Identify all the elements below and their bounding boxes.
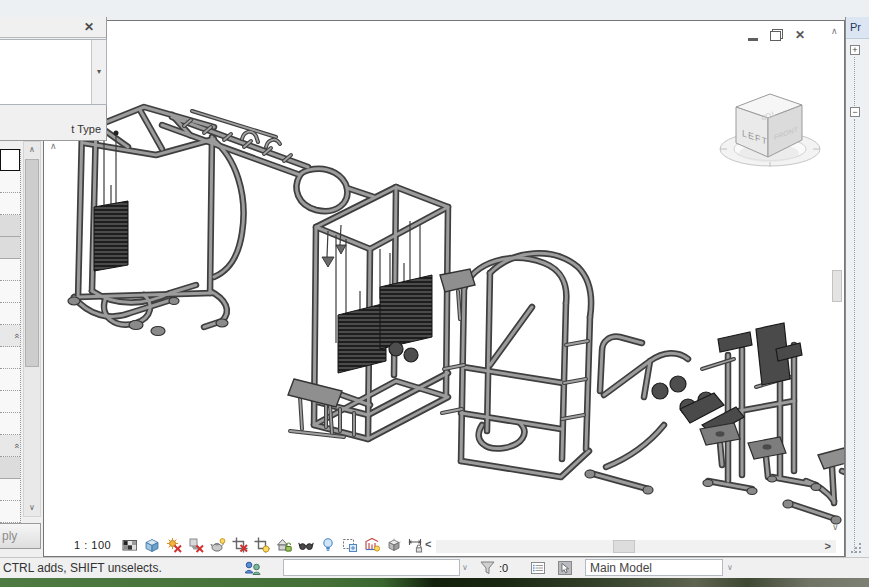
property-row[interactable] xyxy=(0,303,20,325)
editable-only-icon[interactable] xyxy=(530,560,546,576)
press-drag-select-icon[interactable] xyxy=(557,560,573,576)
edit-type-label[interactable]: t Type xyxy=(71,123,101,135)
reveal-constraints-icon[interactable] xyxy=(408,537,424,553)
scroll-up-icon[interactable]: ∧ xyxy=(831,26,838,36)
tree-line xyxy=(854,119,855,553)
property-row[interactable] xyxy=(0,237,20,259)
property-group-row[interactable]: « xyxy=(0,435,20,457)
project-browser-title: Pr xyxy=(846,17,869,39)
properties-palette-grid: « « ∧ ∨ ply xyxy=(0,141,43,557)
horizontal-scrollbar-thumb[interactable] xyxy=(613,540,635,553)
show-analytical-model-icon[interactable] xyxy=(364,537,380,553)
property-rows: « « xyxy=(0,149,21,523)
worksets-icon[interactable] xyxy=(244,560,262,576)
property-row[interactable] xyxy=(0,281,20,303)
restore-icon[interactable] xyxy=(770,29,783,41)
tree-line xyxy=(854,57,855,106)
show-rendering-dialog-icon[interactable] xyxy=(210,537,226,553)
status-bar: CTRL adds, SHIFT unselects. ∨ :0 Main Mo… xyxy=(0,557,869,578)
properties-palette-header: ✕ ▾ t Type xyxy=(0,17,107,141)
selection-count: :0 xyxy=(499,562,508,574)
property-row[interactable] xyxy=(0,369,20,391)
editing-requests-combo[interactable] xyxy=(283,559,460,576)
chevron-down-icon[interactable]: ∨ xyxy=(727,563,733,572)
visual-style-icon[interactable] xyxy=(144,537,160,553)
app-window: ✕ ∧ ∨ TOP LEFT FRONT 1 : 100 xyxy=(0,0,869,587)
tree-expand-icon[interactable]: + xyxy=(850,45,860,55)
drawing-area[interactable]: ✕ ∧ ∨ TOP LEFT FRONT 1 : 100 xyxy=(43,20,845,557)
property-row[interactable] xyxy=(0,193,20,215)
scroll-up-icon[interactable]: ∧ xyxy=(50,141,57,151)
scroll-right-icon[interactable]: > xyxy=(825,540,831,552)
window-controls: ✕ xyxy=(748,27,805,43)
property-row[interactable] xyxy=(0,413,20,435)
property-row[interactable] xyxy=(0,171,20,193)
property-row[interactable] xyxy=(0,259,20,281)
property-row[interactable] xyxy=(0,457,20,479)
property-row[interactable] xyxy=(0,347,20,369)
scroll-left-icon[interactable]: < xyxy=(425,538,431,550)
view-control-bar: 1 : 100 < > xyxy=(44,536,844,554)
close-icon[interactable]: ✕ xyxy=(795,28,805,42)
palette-scroll-down-icon[interactable]: ∨ xyxy=(24,500,40,516)
property-row[interactable] xyxy=(0,479,20,501)
desktop-strip xyxy=(0,578,869,587)
tree-collapse-icon[interactable]: − xyxy=(850,107,860,117)
vertical-scrollbar-thumb[interactable] xyxy=(832,270,842,302)
minimize-icon[interactable] xyxy=(748,38,758,41)
crop-view-icon[interactable] xyxy=(232,537,248,553)
type-selector-dropdown-button[interactable]: ▾ xyxy=(91,40,106,104)
selection-filter-icon[interactable] xyxy=(480,560,495,576)
design-options-combo[interactable]: Main Model xyxy=(585,559,723,576)
palette-scrollbar-thumb[interactable] xyxy=(25,159,39,367)
detail-level-icon[interactable] xyxy=(122,537,138,553)
resize-grip[interactable] xyxy=(851,543,865,555)
scroll-down-icon[interactable]: ∨ xyxy=(832,522,839,532)
unlocked-3d-view-icon[interactable] xyxy=(276,537,292,553)
status-message: CTRL adds, SHIFT unselects. xyxy=(3,561,162,575)
chevron-down-icon[interactable]: ∨ xyxy=(462,563,468,572)
project-browser-panel: Pr + − xyxy=(845,17,869,557)
viewcube[interactable]: TOP LEFT FRONT xyxy=(712,83,832,179)
apply-button[interactable]: ply xyxy=(0,523,41,549)
chevron-down-icon: ▾ xyxy=(97,67,101,76)
model-back-extension-bench[interactable] xyxy=(590,337,688,489)
highlight-displacement-sets-icon[interactable] xyxy=(386,537,402,553)
property-group-row[interactable]: « xyxy=(0,325,20,347)
temporary-hide-isolate-icon[interactable] xyxy=(298,537,314,553)
type-selector[interactable]: ▾ xyxy=(0,39,107,105)
view-scale[interactable]: 1 : 100 xyxy=(74,539,111,551)
palette-scrollbar[interactable]: ∧ ∨ xyxy=(23,141,41,517)
horizontal-scrollbar[interactable]: > xyxy=(436,540,836,553)
shadows-icon[interactable] xyxy=(188,537,204,553)
temporary-view-properties-icon[interactable] xyxy=(342,537,358,553)
property-row[interactable] xyxy=(0,149,20,171)
model-weight-stacks[interactable] xyxy=(94,201,432,373)
palette-scroll-up-icon[interactable]: ∧ xyxy=(24,142,40,158)
property-row[interactable] xyxy=(0,215,20,237)
close-palette-icon[interactable]: ✕ xyxy=(84,20,94,34)
property-row[interactable] xyxy=(0,501,20,523)
reveal-hidden-elements-icon[interactable] xyxy=(320,537,336,553)
show-crop-region-icon[interactable] xyxy=(254,537,270,553)
property-row[interactable] xyxy=(0,391,20,413)
sun-path-icon[interactable] xyxy=(166,537,182,553)
